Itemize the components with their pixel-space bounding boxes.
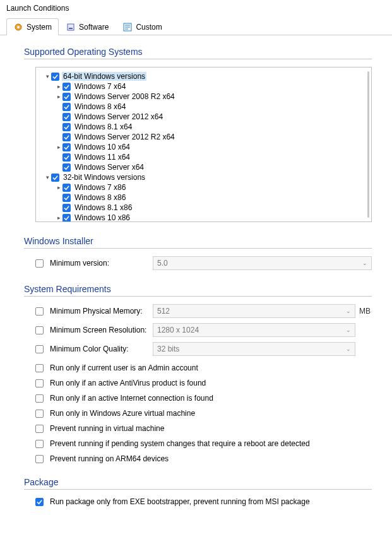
min-screen-value: 1280 x 1024: [157, 326, 199, 334]
tree-checkbox[interactable]: [51, 174, 59, 182]
expander-icon[interactable]: ▸: [55, 144, 62, 150]
expander-icon[interactable]: ▾: [44, 174, 51, 180]
tree-row[interactable]: Windows 11 x64: [39, 152, 369, 162]
min-version-value: 5.0: [157, 259, 168, 268]
tree-row[interactable]: Windows 8.1 x86: [39, 203, 369, 213]
requirement-checkbox[interactable]: [35, 364, 44, 372]
tree-row[interactable]: Windows Server 2012 R2 x64: [39, 132, 369, 142]
tree-row[interactable]: Windows Server 2012 x64: [39, 112, 369, 122]
requirement-label: Prevent running if pending system change…: [50, 439, 310, 448]
tab-software[interactable]: Software: [59, 18, 116, 35]
tree-checkbox[interactable]: [62, 153, 71, 162]
min-color-checkbox[interactable]: [35, 345, 44, 353]
requirement-label: Run only in Windows Azure virtual machin…: [50, 409, 195, 418]
tree-label[interactable]: Windows 8.1 x86: [73, 203, 133, 212]
tree-checkbox[interactable]: [62, 214, 71, 222]
tree-row[interactable]: Windows 8.1 x64: [39, 122, 369, 132]
tree-label[interactable]: Windows Server x64: [73, 163, 145, 172]
tree-checkbox[interactable]: [62, 113, 71, 121]
section-os-title: Supported Operating Systems: [24, 47, 372, 59]
min-screen-checkbox[interactable]: [35, 326, 44, 334]
expander-icon[interactable]: ▾: [44, 73, 51, 80]
tree-row[interactable]: ▸Windows 10 x86: [39, 213, 369, 222]
tree-label[interactable]: Windows 11 x64: [73, 153, 131, 162]
tree-label[interactable]: Windows 7 x86: [73, 183, 127, 192]
tree-row[interactable]: ▸Windows 7 x86: [39, 182, 369, 192]
requirement-checkbox[interactable]: [35, 440, 44, 448]
tree-label[interactable]: Windows Server 2012 R2 x64: [73, 133, 176, 141]
requirement-checkbox[interactable]: [35, 425, 44, 433]
svg-point-1: [17, 26, 20, 28]
chevron-down-icon: ⌄: [362, 260, 367, 266]
tree-checkbox[interactable]: [62, 133, 71, 141]
tree-label[interactable]: Windows 8.1 x64: [73, 122, 133, 131]
window-title: Launch Conditions: [0, 0, 392, 15]
tree-checkbox[interactable]: [62, 143, 71, 151]
tabs: SystemSoftwareCustom: [0, 18, 392, 35]
svg-rect-2: [68, 24, 74, 30]
min-version-select[interactable]: 5.0 ⌄: [153, 256, 372, 270]
requirement-checkbox[interactable]: [35, 394, 44, 403]
tree-checkbox[interactable]: [62, 194, 71, 202]
tree-checkbox[interactable]: [62, 103, 71, 111]
tree-row[interactable]: ▾64-bit Windows versions: [39, 71, 369, 81]
tree-label[interactable]: Windows 10 x64: [73, 143, 131, 151]
tree-checkbox[interactable]: [62, 204, 71, 212]
tree-checkbox[interactable]: [51, 73, 59, 81]
tree-label[interactable]: 64-bit Windows versions: [62, 72, 146, 81]
tree-row[interactable]: ▸Windows 7 x64: [39, 81, 369, 92]
tree-checkbox[interactable]: [62, 163, 71, 172]
tree-label[interactable]: Windows 7 x64: [73, 82, 127, 91]
tree-checkbox[interactable]: [62, 83, 71, 91]
min-memory-checkbox[interactable]: [35, 307, 44, 316]
expander-icon[interactable]: ▸: [55, 215, 62, 221]
min-version-checkbox[interactable]: [35, 259, 44, 268]
tree-label[interactable]: Windows Server 2012 x64: [73, 112, 164, 121]
requirement-checkbox[interactable]: [35, 455, 44, 463]
min-screen-select[interactable]: 1280 x 1024 ⌄: [153, 323, 355, 337]
tree-checkbox[interactable]: [62, 184, 71, 192]
section-installer-title: Windows Installer: [24, 236, 372, 249]
tree-row[interactable]: Windows 8 x64: [39, 102, 369, 112]
requirement-label: Run only if an active Internet connectio…: [50, 394, 213, 403]
section-sysreq-title: System Requirements: [24, 284, 372, 297]
tree-row[interactable]: Windows 8 x86: [39, 192, 369, 203]
min-memory-value: 512: [157, 307, 170, 316]
tree-label[interactable]: Windows 8 x64: [73, 102, 127, 111]
exe-only-checkbox[interactable]: [35, 498, 44, 506]
tab-icon: [13, 22, 23, 32]
requirement-label: Run only if current user is an Admin acc…: [50, 363, 198, 372]
svg-rect-3: [69, 28, 73, 29]
tree-row[interactable]: ▸Windows Server 2008 R2 x64: [39, 92, 369, 102]
tree-label[interactable]: Windows 8 x86: [73, 193, 127, 202]
tree-checkbox[interactable]: [62, 123, 71, 131]
min-memory-select[interactable]: 512 ⌄: [153, 304, 355, 318]
tree-label[interactable]: Windows 10 x86: [73, 213, 131, 222]
min-memory-label: Minimum Physical Memory:: [50, 307, 143, 316]
tab-label: System: [27, 23, 52, 32]
tab-icon: [122, 22, 133, 32]
section-package-title: Package: [24, 477, 372, 490]
tree-row[interactable]: ▸Windows 10 x64: [39, 142, 369, 152]
memory-unit: MB: [359, 307, 372, 316]
tree-label[interactable]: 32-bit Windows versions: [62, 173, 146, 182]
exe-only-label: Run package only from EXE bootstrapper, …: [50, 497, 310, 506]
min-color-value: 32 bits: [157, 345, 179, 353]
requirement-checkbox[interactable]: [35, 379, 44, 387]
tree-checkbox[interactable]: [62, 93, 71, 101]
expander-icon[interactable]: ▸: [55, 184, 62, 191]
chevron-down-icon: ⌄: [346, 327, 351, 333]
expander-icon[interactable]: ▸: [55, 93, 62, 100]
min-color-label: Minimum Color Quality:: [50, 345, 129, 353]
expander-icon[interactable]: ▸: [55, 83, 62, 90]
tree-label[interactable]: Windows Server 2008 R2 x64: [73, 92, 176, 101]
requirement-checkbox[interactable]: [35, 410, 44, 418]
scrollbar[interactable]: [367, 71, 369, 218]
tab-custom[interactable]: Custom: [116, 18, 169, 35]
tab-system[interactable]: System: [6, 18, 59, 35]
min-color-select[interactable]: 32 bits ⌄: [153, 342, 355, 356]
requirement-label: Prevent running in virtual machine: [50, 424, 164, 433]
os-tree[interactable]: ▾64-bit Windows versions▸Windows 7 x64▸W…: [35, 67, 372, 222]
tree-row[interactable]: Windows Server x64: [39, 162, 369, 172]
tree-row[interactable]: ▾32-bit Windows versions: [39, 172, 369, 182]
